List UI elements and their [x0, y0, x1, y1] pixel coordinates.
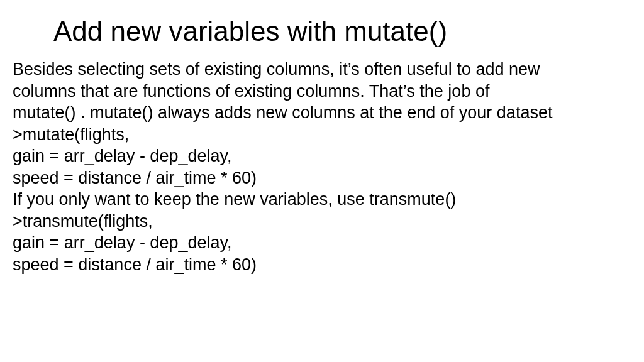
- body-line: columns that are functions of existing c…: [13, 80, 631, 102]
- body-line: speed = distance / air_time * 60): [13, 167, 631, 189]
- body-line: Besides selecting sets of existing colum…: [13, 58, 631, 80]
- slide-title: Add new variables with mutate(): [53, 16, 631, 47]
- body-line: If you only want to keep the new variabl…: [13, 189, 631, 211]
- body-line: speed = distance / air_time * 60): [13, 254, 631, 276]
- body-line: gain = arr_delay - dep_delay,: [13, 232, 631, 254]
- body-line: >mutate(flights,: [13, 124, 631, 146]
- body-line: mutate() . mutate() always adds new colu…: [13, 102, 631, 124]
- slide: Add new variables with mutate() Besides …: [0, 0, 644, 288]
- body-line: gain = arr_delay - dep_delay,: [13, 145, 631, 167]
- body-line: >transmute(flights,: [13, 211, 631, 233]
- slide-body: Besides selecting sets of existing colum…: [13, 58, 631, 275]
